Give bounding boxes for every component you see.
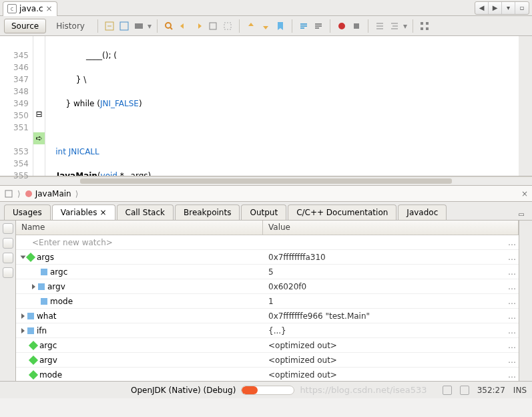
more-icon[interactable]: … — [505, 297, 519, 306]
history-tab-button[interactable]: History — [49, 19, 92, 33]
breakpoint-marker[interactable]: ➪ — [33, 132, 45, 144]
var-row-args-mode[interactable]: mode 1… — [16, 294, 519, 309]
minimize-panel-button[interactable]: ▾ — [502, 2, 515, 14]
more-icon[interactable]: … — [505, 238, 519, 247]
code-editor[interactable]: 345346 347348349 350351 353354355 ⊟ ➪ __… — [0, 36, 532, 176]
horizontal-scrollbar[interactable] — [0, 176, 532, 186]
svg-rect-10 — [421, 27, 423, 30]
record-icon[interactable] — [336, 20, 348, 32]
close-icon[interactable]: × — [46, 4, 53, 13]
new-watch-row[interactable]: <Enter new watch> … — [16, 235, 519, 250]
more-icon[interactable]: … — [505, 356, 519, 365]
field-icon — [27, 327, 34, 334]
editor-overview-ruler[interactable] — [519, 36, 532, 176]
field-icon — [41, 269, 47, 275]
var-row-what[interactable]: what 0x7fffffffe966 "test.Main"… — [16, 309, 519, 323]
tab-javadoc[interactable]: Javadoc — [398, 204, 447, 220]
find-next-icon[interactable] — [178, 20, 190, 32]
comment-icon[interactable] — [298, 20, 310, 32]
var-row-mode[interactable]: mode <optimized out>… — [16, 368, 519, 381]
filter-icon[interactable] — [3, 238, 13, 249]
svg-rect-11 — [426, 27, 429, 30]
shift-up-icon[interactable] — [245, 20, 257, 32]
svg-point-13 — [25, 190, 32, 197]
more-icon[interactable]: … — [505, 311, 519, 321]
more-icon[interactable]: … — [505, 341, 519, 350]
more-icon[interactable]: … — [505, 370, 519, 380]
glyph-margin[interactable]: ⊟ ➪ — [33, 36, 45, 176]
file-tab-java-c[interactable]: c java.c × — [3, 1, 57, 16]
find-prev-icon[interactable] — [163, 20, 175, 32]
var-row-argc[interactable]: argc <optimized out>… — [16, 338, 519, 353]
watch-icon[interactable] — [3, 223, 13, 234]
var-row-argv[interactable]: argv <optimized out>… — [16, 353, 519, 368]
col-header-value[interactable]: Value — [263, 221, 519, 235]
watermark: https://blog.csdn.net/isea533 — [300, 385, 427, 395]
progress-bar[interactable] — [241, 386, 294, 395]
maximize-panel-button[interactable]: ▫ — [515, 2, 529, 14]
file-tab-label: java.c — [19, 4, 43, 13]
more-icon[interactable]: … — [505, 267, 519, 277]
format-icon[interactable] — [388, 20, 401, 32]
expand-icon[interactable] — [32, 284, 35, 289]
code-area[interactable]: ____(); ( } \ } while (JNI_FALSE) int JN… — [45, 36, 519, 176]
status-project: OpenJDK (Native) (Debug) — [131, 386, 236, 395]
diff-icon[interactable] — [374, 20, 386, 32]
fold-icon[interactable]: ⊟ — [33, 108, 45, 120]
add-watch-icon[interactable] — [3, 253, 13, 263]
remove-watch-icon[interactable] — [3, 267, 13, 278]
var-row-args[interactable]: args 0x7ffffffffa310… — [16, 250, 519, 265]
expand-icon[interactable] — [21, 313, 25, 319]
editor-tabbar: c java.c × ◀ ▶ ▾ ▫ — [0, 0, 532, 16]
expand-icon[interactable] — [21, 328, 25, 333]
status-icon-2[interactable] — [460, 386, 469, 395]
breadcrumb-close-icon[interactable]: × — [521, 189, 528, 198]
tab-cppdoc[interactable]: C/C++ Documentation — [288, 204, 396, 220]
stop-icon[interactable] — [350, 20, 362, 32]
grid-icon[interactable] — [419, 20, 431, 32]
svg-rect-9 — [426, 22, 429, 25]
highlight-icon[interactable] — [207, 20, 219, 32]
svg-rect-12 — [5, 190, 12, 197]
toolbar-icon-2[interactable] — [118, 20, 130, 32]
panel-min-button[interactable]: ▭ — [515, 208, 528, 220]
var-row-ifn[interactable]: ifn {...}… — [16, 323, 519, 338]
breadcrumb-root[interactable] — [4, 189, 13, 198]
var-row-args-argv[interactable]: argv 0x6020f0… — [16, 279, 519, 294]
bookmark-icon[interactable] — [274, 20, 286, 32]
tab-variables[interactable]: Variables× — [52, 204, 115, 220]
insert-mode[interactable]: INS — [513, 386, 527, 395]
tab-callstack[interactable]: Call Stack — [117, 204, 174, 220]
shift-down-icon[interactable] — [260, 20, 272, 32]
status-bar: OpenJDK (Native) (Debug) https://blog.cs… — [0, 381, 532, 398]
close-icon[interactable]: × — [99, 208, 106, 217]
line-gutter: 345346 347348349 350351 353354355 — [0, 36, 33, 176]
field-icon — [27, 313, 34, 319]
diamond-icon — [29, 340, 38, 350]
status-icon-1[interactable] — [443, 386, 452, 395]
more-icon[interactable]: … — [505, 253, 519, 262]
var-row-args-argc[interactable]: argc 5… — [16, 265, 519, 279]
more-icon[interactable]: … — [505, 282, 519, 291]
select-icon[interactable] — [222, 20, 234, 32]
cursor-position: 352:27 — [477, 386, 505, 395]
tab-breakpoints[interactable]: Breakpoints — [175, 204, 240, 220]
nav-back-button[interactable]: ◀ — [475, 2, 489, 14]
svg-point-6 — [338, 23, 345, 29]
toolbar-icon-3[interactable] — [133, 20, 145, 32]
tab-usages[interactable]: Usages — [4, 204, 51, 220]
nav-forward-button[interactable]: ▶ — [489, 2, 502, 14]
svg-rect-8 — [421, 22, 423, 25]
uncomment-icon[interactable] — [312, 20, 324, 32]
toolbar-icon-1[interactable] — [103, 20, 115, 32]
variables-header: Name Value — [16, 221, 519, 235]
breadcrumb-func[interactable]: JavaMain — [25, 189, 71, 198]
diamond-icon — [26, 252, 35, 261]
find-icon[interactable] — [192, 20, 204, 32]
col-header-name[interactable]: Name — [16, 221, 263, 235]
diamond-icon — [29, 355, 38, 364]
more-icon[interactable]: … — [505, 326, 519, 335]
expand-icon[interactable] — [21, 255, 26, 259]
tab-output[interactable]: Output — [241, 204, 286, 220]
source-tab-button[interactable]: Source — [4, 19, 46, 33]
